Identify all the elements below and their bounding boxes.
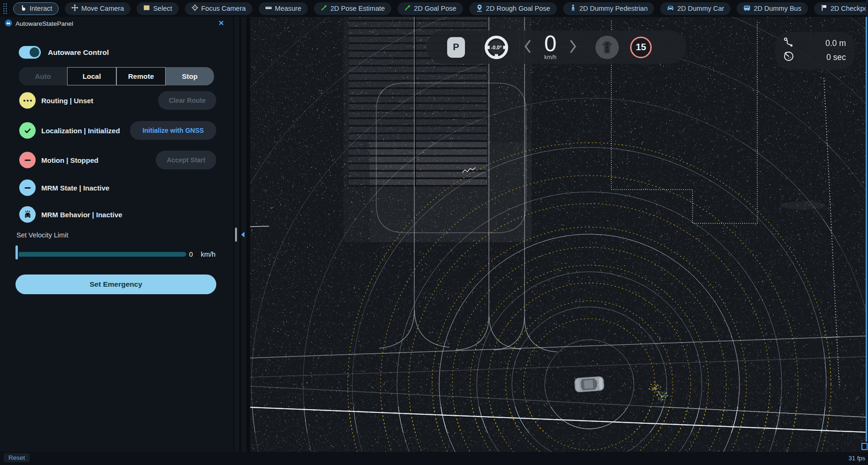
status-row-motion: Motion | Stopped Accept Start — [0, 151, 233, 169]
status-label: Routing | Unset — [41, 97, 93, 105]
hand-icon — [20, 4, 27, 13]
tool-2d-pose-estimate-button[interactable]: 2D Pose Estimate — [314, 2, 391, 15]
minus-icon — [19, 152, 36, 168]
chevron-right-icon[interactable] — [570, 39, 577, 55]
tool-label: Move Camera — [81, 5, 124, 12]
rviz-3d-viewport[interactable]: P -0.0° 0 km/h — [250, 17, 866, 452]
route-path-icon — [783, 37, 794, 50]
tool-label: 2D Dummy Pedestrian — [579, 5, 648, 12]
statusbar: Reset 31 fps — [0, 452, 868, 465]
minus-icon — [19, 180, 36, 196]
steering-wheel-icon: -0.0° — [484, 35, 509, 60]
green-arrow-icon — [320, 4, 327, 13]
toolbar: Interact Move Camera Select Focus Camera… — [0, 0, 868, 17]
timer-icon — [783, 51, 794, 64]
move-arrows-icon — [71, 4, 78, 13]
flag-icon — [821, 4, 828, 13]
velocity-value: 0 — [187, 251, 195, 258]
speed-unit: km/h — [536, 54, 564, 61]
green-arrow-icon — [404, 4, 411, 13]
emergency-car-icon — [19, 206, 36, 223]
panel-title: AutowareStatePanel — [15, 20, 73, 27]
tool-label: 2D Dummy Car — [677, 5, 724, 12]
range-rings — [250, 17, 866, 452]
autoware-control-toggle[interactable] — [19, 46, 41, 59]
speed-limit-badge: 15 — [630, 37, 652, 58]
velocity-slider-track[interactable] — [19, 252, 186, 257]
tool-2d-dummy-car-button[interactable]: 2D Dummy Car — [660, 2, 731, 15]
route-time-value: 0 sec — [794, 53, 846, 62]
tool-label: Measure — [275, 5, 301, 12]
vehicle-hud: P -0.0° 0 km/h — [426, 30, 686, 64]
tool-2d-dummy-bus-button[interactable]: 2D Dummy Bus — [737, 2, 808, 15]
route-info-panel: 0.0 m 0 sec — [776, 32, 854, 69]
tool-2d-goal-pose-button[interactable]: 2D Goal Pose — [397, 2, 463, 15]
clear-route-button[interactable]: Clear Route — [158, 91, 216, 110]
panel-splitter — [233, 17, 250, 452]
tool-interact-button[interactable]: Interact — [13, 2, 59, 15]
ruler-icon — [265, 4, 272, 13]
velocity-limit-label: Set Velocity Limit — [16, 231, 68, 239]
initialize-with-gnss-button[interactable]: Initialize with GNSS — [130, 121, 216, 140]
gear-indicator: P — [447, 37, 465, 58]
map-edge-dotted — [824, 78, 839, 388]
tool-label: Interact — [30, 5, 52, 12]
toolbar-drag-handle[interactable] — [3, 2, 7, 15]
status-label: MRM Behavior | Inactive — [41, 211, 122, 219]
speed-display: 0 km/h — [536, 34, 564, 61]
pedestrian-icon — [570, 4, 577, 13]
selection-box-icon — [143, 4, 150, 13]
mode-stop-button[interactable]: Stop — [166, 67, 214, 85]
accept-start-button[interactable]: Accept Start — [156, 151, 216, 169]
panel-close-button[interactable]: × — [219, 18, 224, 28]
status-row-mrm-state: MRM State | Inactive — [0, 178, 233, 197]
map-pin-icon — [476, 4, 483, 13]
tool-label: 2D Rough Goal Pose — [486, 5, 550, 12]
collapse-panel-icon[interactable] — [241, 232, 244, 237]
bus-icon — [743, 4, 751, 13]
tool-label: 2D Goal Pose — [414, 5, 456, 12]
tool-2d-rough-goal-pose-button[interactable]: 2D Rough Goal Pose — [469, 2, 557, 15]
status-row-localization: Localization | Initialized Initialize wi… — [0, 121, 233, 140]
chevron-left-icon[interactable] — [524, 39, 531, 55]
set-emergency-button[interactable]: Set Emergency — [15, 274, 216, 294]
tool-focus-camera-button[interactable]: Focus Camera — [185, 2, 252, 15]
autoware-logo-icon — [5, 19, 12, 28]
mode-remote-button[interactable]: Remote — [116, 67, 166, 85]
speed-value: 0 — [536, 34, 564, 54]
tool-select-button[interactable]: Select — [137, 2, 178, 15]
mode-local-button[interactable]: Local — [67, 67, 116, 85]
crosshair-icon — [191, 4, 198, 13]
reset-button[interactable]: Reset — [4, 453, 30, 462]
traffic-light-icon — [595, 36, 619, 59]
faint-smudge — [781, 201, 826, 210]
tool-2d-checkpoint-pose-button[interactable]: 2D Checkpoint Pose — [814, 2, 868, 15]
velocity-slider-handle[interactable] — [15, 245, 18, 259]
route-distance-value: 0.0 m — [794, 38, 846, 48]
toggle-knob — [30, 47, 39, 57]
operation-mode-selector: Auto Local Remote Stop — [19, 67, 214, 85]
tool-label: 2D Pose Estimate — [330, 5, 385, 12]
tool-move-camera-button[interactable]: Move Camera — [65, 2, 130, 15]
fps-counter: 31 fps — [849, 455, 865, 462]
tool-2d-dummy-pedestrian-button[interactable]: 2D Dummy Pedestrian — [563, 2, 655, 15]
tool-label: Select — [153, 5, 172, 12]
tool-measure-button[interactable]: Measure — [259, 2, 308, 15]
pending-dots-icon — [19, 92, 36, 109]
mode-auto-button[interactable]: Auto — [19, 67, 67, 85]
autoware-control-label: Autoware Control — [48, 48, 109, 57]
tool-label: 2D Dummy Bus — [754, 5, 801, 12]
splitter-handle[interactable] — [235, 228, 237, 242]
tool-label: Focus Camera — [201, 5, 246, 12]
check-icon — [19, 122, 36, 139]
right-scrollbar[interactable] — [866, 0, 868, 452]
scrollbar-end-box[interactable] — [861, 443, 868, 450]
status-label: Localization | Initialized — [41, 127, 120, 135]
vector-map-layer — [250, 17, 866, 452]
ego-vehicle — [574, 376, 604, 392]
steering-angle-value: -0.0° — [484, 35, 509, 60]
status-label: MRM State | Inactive — [41, 184, 109, 192]
tool-label: 2D Checkpoint Pose — [830, 5, 868, 12]
car-icon — [667, 4, 674, 13]
status-row-mrm-behavior: MRM Behavior | Inactive — [0, 205, 233, 224]
